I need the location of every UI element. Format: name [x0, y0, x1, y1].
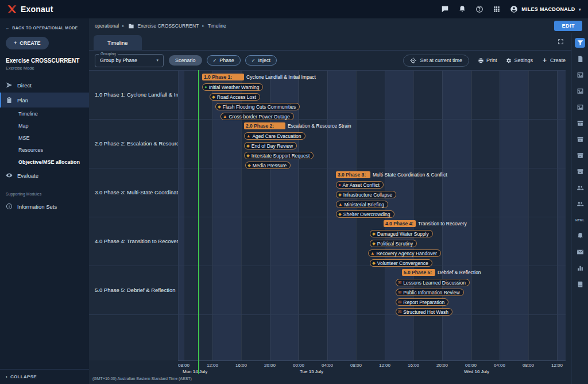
inject-chip[interactable]: ◆Flash Flooding Cuts Communities — [215, 103, 300, 110]
tab-bar: Timeline — [89, 33, 571, 51]
sidebar-item-resources[interactable]: Resources — [0, 144, 89, 156]
inject-chip[interactable]: ▲Recovery Agency Handover — [368, 249, 441, 257]
print-button[interactable]: Print — [478, 57, 497, 64]
archive-icon[interactable] — [575, 151, 585, 160]
phase-bar[interactable]: 2.0 Phase 2:Escalation & Resource Strain — [244, 122, 351, 129]
inject-chip[interactable]: ▲Aged Care Evacuation — [244, 132, 305, 140]
inject-chip[interactable]: ◆Infrastructure Collapse — [336, 191, 396, 198]
sidebar-nav: DirectPlanTimelineMapMSEResourcesObjecti… — [0, 78, 89, 214]
sidebar-item-plan[interactable]: Plan — [0, 93, 89, 107]
chat-icon[interactable] — [441, 5, 449, 13]
dot-icon: ● — [204, 85, 207, 90]
diamond-icon: ◆ — [212, 95, 215, 99]
set-at-current-time-button[interactable]: Set at current time — [403, 55, 469, 67]
time-tick-label: 04:00 — [322, 363, 333, 368]
groups-icon[interactable] — [575, 199, 585, 209]
inject-chip[interactable]: ◆Interstate Support Request — [244, 152, 314, 159]
inject-label: Recovery Agency Handover — [376, 251, 436, 256]
grid-band — [557, 70, 566, 360]
filter-chip-inject[interactable]: ✓Inject — [245, 55, 277, 66]
create-label: CREATE — [20, 40, 40, 46]
inject-chip[interactable]: ✉Public Information Review — [396, 289, 464, 296]
collapse-button[interactable]: ‹ COLLAPSE — [0, 369, 89, 384]
book-icon[interactable] — [575, 279, 585, 289]
inject-label: Lessons Learned Discussion — [403, 280, 466, 286]
create-button[interactable]: +Create — [541, 57, 566, 64]
bell-icon[interactable] — [458, 5, 466, 13]
sidebar-item-mse[interactable]: MSE — [0, 132, 89, 144]
bell-icon[interactable] — [575, 231, 585, 241]
back-to-operational-link[interactable]: ← BACK TO OPERATIONAL MODE — [0, 18, 89, 32]
phase-bar[interactable]: 1.0 Phase 1:Cyclone Landfall & Initial I… — [202, 74, 316, 80]
gridline — [212, 70, 213, 360]
sidebar-item-direct[interactable]: Direct — [0, 78, 89, 93]
filter-chip-scenario[interactable]: Scenario — [169, 55, 202, 66]
time-tick-label: 12:00 — [551, 363, 563, 368]
inject-chip[interactable]: ✉Structured Hot Wash — [396, 308, 452, 316]
plus-icon: + — [14, 40, 17, 46]
grid-band — [299, 70, 327, 360]
inject-chip[interactable]: ✉Report Preparation — [396, 298, 448, 306]
sidebar-item-evaluate[interactable]: Evaluate — [0, 168, 89, 183]
collapse-label: COLLAPSE — [10, 374, 37, 379]
user-menu[interactable]: MILES MACDONALD ▾ — [510, 5, 581, 13]
sidebar-item-map[interactable]: Map — [0, 120, 89, 132]
help-icon[interactable] — [475, 5, 483, 13]
tab-timeline[interactable]: Timeline — [94, 35, 142, 50]
brand-name: Exonaut — [21, 5, 53, 14]
image-icon[interactable] — [575, 70, 585, 80]
inject-chip[interactable]: ◆Volunteer Convergence — [370, 259, 432, 267]
phase-bar[interactable]: 5.0 Phase 5:Debrief & Reflection — [402, 269, 481, 276]
inject-chip[interactable]: ●Air Asset Conflict — [336, 181, 384, 189]
groups-icon[interactable] — [575, 183, 585, 193]
filter-icon[interactable] — [575, 38, 585, 48]
image-icon[interactable] — [575, 86, 585, 96]
inject-label: Volunteer Convergence — [377, 260, 428, 266]
inject-chip[interactable]: ◆Media Pressure — [245, 162, 291, 169]
sidebar-item-timeline[interactable]: Timeline — [0, 107, 89, 120]
inject-chip[interactable]: ▲Ministerial Briefing — [336, 201, 388, 208]
document-icon[interactable] — [575, 54, 585, 64]
user-name: MILES MACDONALD — [521, 6, 575, 12]
archive-icon[interactable] — [575, 167, 585, 176]
timezone-note: (GMT+10:00) Australian Eastern Standard … — [92, 377, 192, 381]
diamond-icon: ◆ — [338, 212, 342, 217]
phase-bar-fill: 2.0 Phase 2: — [244, 122, 285, 129]
inject-chip[interactable]: ◆Shelter Overcrowding — [336, 210, 394, 218]
gridline — [327, 70, 328, 360]
phase-bar[interactable]: 4.0 Phase 4:Transition to Recovery — [384, 220, 467, 227]
breadcrumb-operational[interactable]: operational — [95, 23, 119, 29]
image-icon[interactable] — [575, 102, 585, 112]
breadcrumb-timeline: Timeline — [208, 23, 226, 29]
archive-icon[interactable] — [575, 118, 585, 128]
settings-button[interactable]: Settings — [505, 57, 533, 64]
create-button[interactable]: + CREATE — [6, 37, 49, 49]
phase-bar[interactable]: 3.0 Phase 3:Multi-State Coordination & C… — [336, 171, 447, 178]
inject-chip[interactable]: ✉Lessons Learned Discussion — [396, 279, 470, 286]
html-icon[interactable]: HTML — [575, 215, 585, 225]
grouping-select[interactable]: Grouping Group by Phase ▾ — [95, 54, 164, 67]
nav-item-label: Direct — [17, 82, 32, 89]
inject-chip[interactable]: ●Initial Weather Warning — [202, 83, 263, 91]
inject-label: Interstate Support Request — [252, 153, 310, 159]
sidebar-item-objective-mse-allocation[interactable]: Objective/MSE allocation — [0, 156, 89, 168]
filter-chip-phase[interactable]: ✓Phase — [207, 55, 241, 66]
grid-band — [471, 70, 500, 360]
breadcrumb-exercise[interactable]: Exercise CROSSCURRENT — [138, 23, 199, 29]
archive-icon[interactable] — [575, 135, 585, 144]
edit-button[interactable]: EDIT — [554, 21, 582, 31]
inject-chip[interactable]: ◆Damaged Water Supply — [370, 230, 433, 237]
time-tick-label: 08:00 — [178, 363, 189, 368]
apps-icon[interactable] — [493, 5, 501, 13]
sidebar-item-information-sets[interactable]: Information Sets — [0, 199, 89, 214]
inject-chip[interactable]: ◆Road Access Lost — [210, 93, 260, 101]
mail-icon[interactable] — [575, 247, 585, 257]
inject-chip[interactable]: ◆End of Day Review — [244, 142, 297, 149]
inject-chip[interactable]: ◆Political Scrutiny — [370, 240, 417, 247]
inject-chip[interactable]: ▲Cross-border Power Outage — [220, 113, 294, 120]
fullscreen-icon[interactable] — [557, 38, 564, 45]
left-sidebar: ← BACK TO OPERATIONAL MODE + CREATE Exer… — [0, 18, 89, 384]
chart-icon[interactable] — [575, 263, 585, 273]
time-tick-label: 04:00 — [494, 363, 505, 368]
chip-label: Phase — [219, 57, 234, 63]
